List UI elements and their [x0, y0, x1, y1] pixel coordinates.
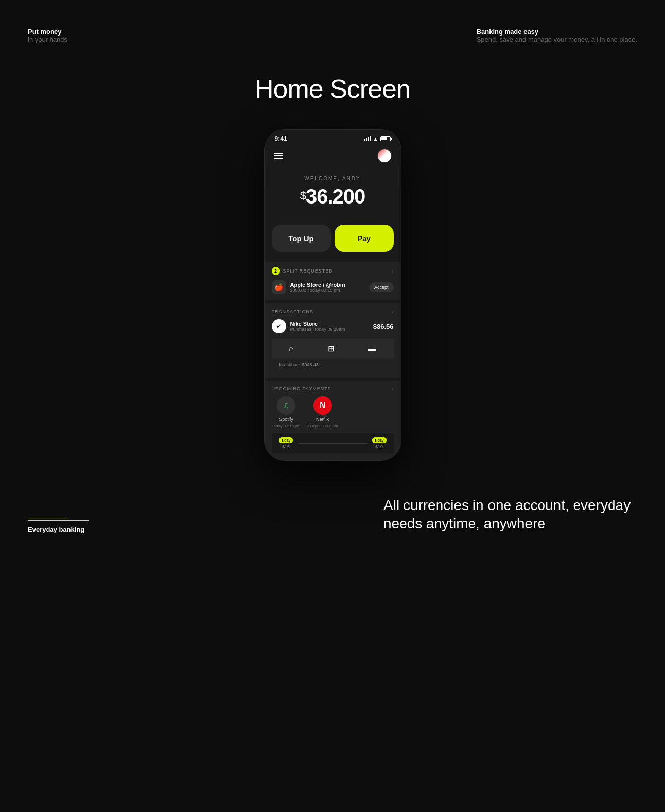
upcoming-items: ♫ Spotify Today 03:15 pm N Netflix 23 Ap…: [272, 396, 394, 428]
header-right: Banking made easy Spend, save and manage…: [477, 28, 637, 43]
transaction-item: ✓ Nike Store Purchases. Today 09:20am $8…: [272, 319, 394, 333]
topup-button[interactable]: Top Up: [272, 225, 331, 252]
phone-header: [265, 145, 401, 165]
bottom-nav: ⌂ ⊞ ▬: [272, 339, 394, 358]
nav-card-icon[interactable]: ▬: [368, 344, 376, 353]
cashback-text: cashback $043.43: [282, 362, 319, 367]
accept-button[interactable]: Accept: [369, 282, 394, 292]
split-detail: $300.00 Today 03.15 pm: [290, 288, 345, 293]
status-bar: 9:41 ▲: [265, 130, 401, 145]
signal-bar-1: [364, 139, 365, 141]
transaction-info: Nike Store Purchases. Today 09:20am: [290, 321, 345, 332]
nike-icon: ✓: [272, 319, 286, 333]
upcoming-chevron-icon[interactable]: ›: [392, 386, 393, 391]
phone-container: 9:41 ▲: [0, 129, 665, 461]
footer-left-text: Everyday banking: [28, 520, 89, 533]
transactions-label: TRANSACTIONS: [272, 309, 314, 314]
balance-number: 36.200: [306, 185, 365, 208]
split-chevron-icon[interactable]: ›: [392, 268, 393, 274]
spotify-date: Today 03:15 pm: [272, 424, 301, 428]
schedule-badge-1: 1 day: [279, 437, 293, 443]
split-badge: 2: [272, 267, 280, 275]
split-label: SPLIT REQUESTED: [283, 268, 333, 274]
upcoming-spotify: ♫ Spotify Today 03:15 pm: [272, 396, 301, 428]
menu-line-1: [274, 153, 283, 154]
status-time: 9:41: [275, 135, 287, 142]
split-header-left: 2 SPLIT REQUESTED: [272, 267, 333, 275]
battery-icon: [380, 136, 391, 141]
split-item-info: Apple Store / @robin $300.00 Today 03.15…: [290, 282, 345, 293]
menu-line-2: [274, 155, 283, 156]
signal-bar-3: [368, 137, 369, 141]
header-left: Put money in your hands: [28, 28, 67, 43]
page-title: Home Screen: [0, 74, 665, 104]
footer-divider: [28, 518, 68, 518]
split-item-left: 🍎 Apple Store / @robin $300.00 Today 03.…: [272, 280, 345, 294]
signal-bars-icon: [364, 136, 371, 141]
transaction-left: ✓ Nike Store Purchases. Today 09:20am: [272, 319, 345, 333]
upcoming-netflix: N Netflix 23 April 00:00 pm: [306, 396, 338, 428]
upcoming-header: UPCOMING PAYMENTS ›: [272, 386, 394, 391]
transactions-chevron-icon[interactable]: ›: [392, 309, 393, 314]
menu-line-3: [274, 158, 283, 159]
info-icon: ℹ: [279, 362, 281, 367]
welcome-text: WELCOME, ANDY: [275, 176, 391, 181]
schedule-badge-2: 1 day: [372, 437, 387, 443]
footer: Everyday banking All currencies in one a…: [0, 466, 665, 561]
transactions-section: TRANSACTIONS › ✓ Nike Store Purchases. T…: [265, 303, 401, 378]
transaction-amount: $86.56: [373, 323, 394, 330]
payment-schedule: 1 day $15 1 day $10: [272, 433, 394, 453]
banking-title: Banking made easy: [477, 28, 637, 36]
wifi-icon: ▲: [373, 136, 378, 142]
nav-home-icon[interactable]: ⌂: [289, 344, 294, 353]
schedule-item-1: 1 day $15: [279, 437, 293, 449]
footer-left: Everyday banking: [28, 518, 89, 533]
schedule-item-2: 1 day $10: [372, 437, 387, 449]
status-icons: ▲: [364, 136, 391, 142]
netflix-icon: N: [313, 396, 332, 415]
signal-bar-4: [370, 136, 371, 141]
split-item: 🍎 Apple Store / @robin $300.00 Today 03.…: [272, 280, 394, 294]
avatar[interactable]: [377, 149, 392, 163]
footer-right-text: All currencies in one account, everyday …: [383, 496, 637, 533]
battery-fill: [381, 137, 387, 140]
schedule-amount-1: $15: [282, 444, 290, 449]
upcoming-section: UPCOMING PAYMENTS › ♫ Spotify Today 03:1…: [265, 381, 401, 460]
spotify-icon: ♫: [277, 396, 295, 415]
pay-button[interactable]: Pay: [335, 225, 394, 252]
transactions-header: TRANSACTIONS ›: [272, 309, 394, 314]
split-merchant: Apple Store / @robin: [290, 282, 345, 288]
upcoming-label: UPCOMING PAYMENTS: [272, 386, 331, 391]
transaction-detail: Purchases. Today 09:20am: [290, 327, 345, 332]
netflix-date: 23 April 00:00 pm: [306, 424, 338, 428]
split-section: 2 SPLIT REQUESTED › 🍎 Apple Store / @rob…: [265, 262, 401, 300]
apple-store-icon: 🍎: [272, 280, 286, 294]
balance-amount: $36.200: [275, 185, 391, 208]
tagline-sub: in your hands: [28, 36, 67, 43]
schedule-sep-1: [298, 443, 367, 444]
phone-mockup: 9:41 ▲: [264, 129, 401, 461]
nav-grid-icon[interactable]: ⊞: [328, 344, 334, 353]
spotify-name: Spotify: [279, 417, 293, 422]
cashback-bar: ℹ cashback $043.43: [272, 358, 394, 371]
split-header: 2 SPLIT REQUESTED ›: [272, 267, 394, 275]
balance-section: WELCOME, ANDY $36.200: [265, 165, 401, 221]
header: Put money in your hands Banking made eas…: [0, 0, 665, 43]
signal-bar-2: [366, 138, 367, 141]
tagline-main: Put money: [28, 28, 67, 36]
banking-sub: Spend, save and manage your money, all i…: [477, 36, 637, 43]
dollar-sign: $: [300, 189, 306, 202]
menu-icon[interactable]: [274, 153, 283, 159]
schedule-amount-2: $10: [375, 444, 383, 449]
action-buttons: Top Up Pay: [265, 221, 401, 259]
transaction-merchant: Nike Store: [290, 321, 345, 327]
page-title-area: Home Screen: [0, 74, 665, 104]
netflix-name: Netflix: [316, 417, 329, 422]
